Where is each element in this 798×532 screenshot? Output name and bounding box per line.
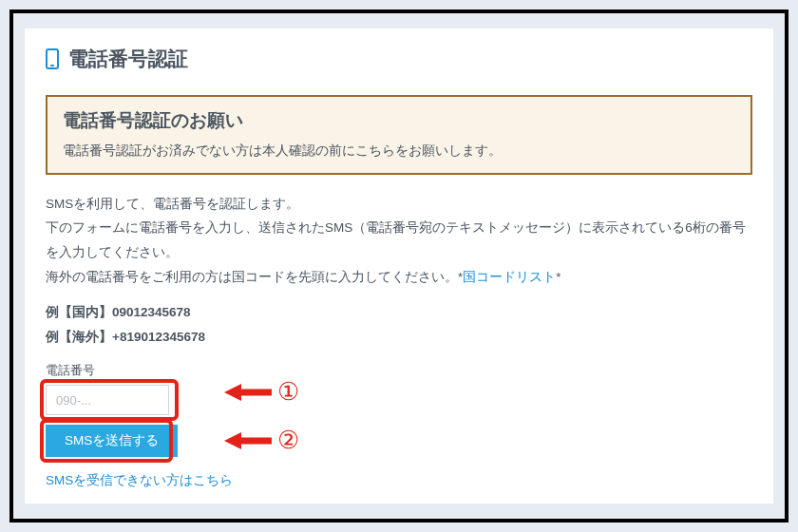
- arrow-left-icon: [224, 429, 274, 452]
- arrow-left-icon: [224, 381, 274, 404]
- annotation-arrow-2: ②: [224, 426, 299, 455]
- notice-body: 電話番号認証がお済みでない方は本人確認の前にこちらをお願いします。: [63, 141, 735, 162]
- annotation-arrow-1: ①: [224, 377, 299, 407]
- example-international: 例【海外】+819012345678: [46, 325, 752, 350]
- notice-title: 電話番号認証のお願い: [63, 108, 735, 133]
- description: SMSを利用して、電話番号を認証します。 下のフォームに電話番号を入力し、送信さ…: [46, 192, 752, 290]
- desc-line3-post: *: [556, 270, 560, 284]
- examples: 例【国内】09012345678 例【海外】+819012345678: [46, 300, 752, 349]
- sms-fallback-link[interactable]: SMSを受信できない方はこちら: [46, 472, 752, 489]
- desc-line2: 下のフォームに電話番号を入力し、送信されたSMS（電話番号宛のテキストメッセージ…: [46, 220, 746, 259]
- page-title: 電話番号認証: [46, 46, 752, 72]
- phone-icon: [46, 48, 59, 69]
- phone-field-label: 電話番号: [46, 362, 752, 379]
- annotation-number-1: ①: [277, 377, 299, 407]
- desc-line3-pre: 海外の電話番号をご利用の方は国コードを先頭に入力してください。*: [46, 270, 463, 284]
- annotation-number-2: ②: [277, 426, 299, 455]
- page-title-text: 電話番号認証: [68, 46, 188, 72]
- svg-marker-3: [224, 432, 241, 449]
- example-domestic: 例【国内】09012345678: [46, 300, 752, 325]
- svg-marker-1: [224, 384, 241, 401]
- phone-input[interactable]: [46, 385, 169, 415]
- send-sms-button[interactable]: SMSを送信する: [46, 425, 178, 457]
- notice-box: 電話番号認証のお願い 電話番号認証がお済みでない方は本人確認の前にこちらをお願い…: [46, 95, 752, 175]
- desc-line1: SMSを利用して、電話番号を認証します。: [46, 197, 299, 211]
- country-code-list-link[interactable]: 国コードリスト: [463, 270, 556, 284]
